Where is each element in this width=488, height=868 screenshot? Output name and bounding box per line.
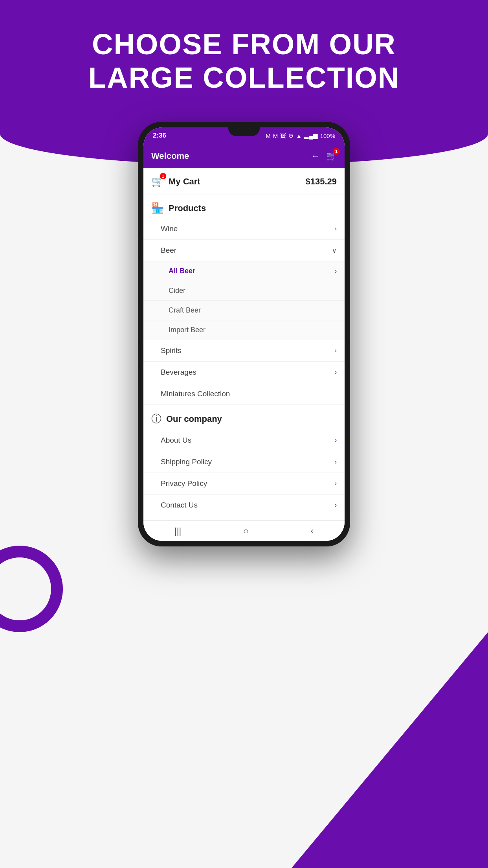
contact-us-label: Contact Us [161, 501, 198, 509]
about-us-chevron: › [335, 437, 337, 444]
beverages-chevron: › [335, 369, 337, 376]
my-cart-section[interactable]: 🛒 1 My Cart $135.29 [143, 168, 345, 195]
import-beer-label: Import Beer [169, 326, 205, 334]
cart-left: 🛒 1 My Cart [151, 175, 200, 188]
shipping-chevron: › [335, 458, 337, 465]
beer-chevron: ∨ [332, 247, 337, 254]
menu-item-contact-us[interactable]: Contact Us › [143, 495, 345, 516]
wine-chevron: › [335, 225, 337, 232]
cart-label: My Cart [169, 177, 200, 187]
cart-badge-small: 1 [160, 173, 166, 179]
nav-home-icon[interactable]: ○ [243, 526, 248, 536]
app-header: Welcome ← 🛒 1 [143, 144, 345, 168]
sub-item-import-beer[interactable]: Import Beer [143, 320, 345, 340]
battery-text: 100% [320, 132, 335, 139]
beverages-label: Beverages [161, 368, 196, 377]
menu-item-privacy[interactable]: Privacy Policy › [143, 473, 345, 495]
spirits-label: Spirits [161, 346, 182, 355]
app-header-title: Welcome [151, 151, 189, 161]
cart-amount: $135.29 [305, 177, 337, 187]
signal-icon: ▂▄▆ [304, 132, 318, 139]
shipping-label: Shipping Policy [161, 458, 212, 466]
bottom-nav: ||| ○ ‹ [143, 520, 345, 541]
menu-item-spirits[interactable]: Spirits › [143, 340, 345, 362]
sub-item-all-beer[interactable]: All Beer › [143, 261, 345, 281]
wifi-icon: ▲ [296, 132, 302, 139]
wine-label: Wine [161, 224, 178, 233]
status-time: 2:36 [153, 132, 166, 140]
image-icon: 🖼 [280, 132, 286, 139]
mail-icon: M [266, 132, 271, 139]
craft-beer-label: Craft Beer [169, 306, 201, 314]
miniatures-label: Miniatures Collection [161, 390, 230, 398]
company-icon: ⓘ [151, 412, 161, 426]
phone-notch [228, 127, 260, 136]
phone-screen: 2:36 M M 🖼 ⊖ ▲ ▂▄▆ 100% Welcome ← 🛒 [143, 127, 345, 541]
decorative-circle [0, 546, 63, 632]
spirits-chevron: › [335, 347, 337, 354]
beer-label: Beer [161, 246, 176, 255]
back-button[interactable]: ← [311, 151, 320, 161]
follow-section-header: Follow Us @spirits [143, 516, 345, 520]
menu-item-miniatures[interactable]: Miniatures Collection [143, 383, 345, 405]
products-section-header: 🏪 Products [143, 195, 345, 218]
sub-item-cider[interactable]: Cider [143, 281, 345, 301]
status-icons: M M 🖼 ⊖ ▲ ▂▄▆ 100% [266, 132, 335, 139]
privacy-chevron: › [335, 480, 337, 487]
menu-item-wine[interactable]: Wine › [143, 218, 345, 240]
menu-item-about-us[interactable]: About Us › [143, 430, 345, 451]
page-title: CHOOSE FROM OUR LARGE COLLECTION [0, 28, 488, 94]
nav-menu-icon[interactable]: ||| [174, 526, 181, 536]
nav-back-icon[interactable]: ‹ [311, 526, 314, 536]
products-icon: 🏪 [151, 202, 164, 214]
all-beer-label: All Beer [169, 267, 195, 275]
phone-frame: 2:36 M M 🖼 ⊖ ▲ ▂▄▆ 100% Welcome ← 🛒 [138, 122, 350, 546]
sub-item-craft-beer[interactable]: Craft Beer [143, 301, 345, 320]
phone-mockup: 2:36 M M 🖼 ⊖ ▲ ▂▄▆ 100% Welcome ← 🛒 [138, 122, 350, 546]
company-title: Our company [166, 414, 222, 424]
privacy-label: Privacy Policy [161, 479, 207, 488]
cider-label: Cider [169, 287, 185, 295]
menu-item-beer[interactable]: Beer ∨ [143, 240, 345, 261]
purple-bottom-right-bg [292, 632, 488, 868]
header-icons: ← 🛒 1 [311, 151, 337, 161]
circle-icon: ⊖ [288, 132, 294, 139]
cart-badge: 1 [333, 148, 340, 155]
products-title: Products [169, 203, 206, 213]
contact-us-chevron: › [335, 502, 337, 509]
cart-icon-small: 🛒 1 [151, 175, 164, 188]
about-us-label: About Us [161, 436, 191, 445]
cart-button[interactable]: 🛒 1 [326, 151, 337, 161]
menu-item-beverages[interactable]: Beverages › [143, 362, 345, 383]
app-content: 🛒 1 My Cart $135.29 🏪 Products Wine › [143, 168, 345, 520]
all-beer-chevron: › [335, 268, 337, 275]
company-section-header: ⓘ Our company [143, 405, 345, 430]
mail2-icon: M [273, 132, 278, 139]
menu-item-shipping[interactable]: Shipping Policy › [143, 451, 345, 473]
